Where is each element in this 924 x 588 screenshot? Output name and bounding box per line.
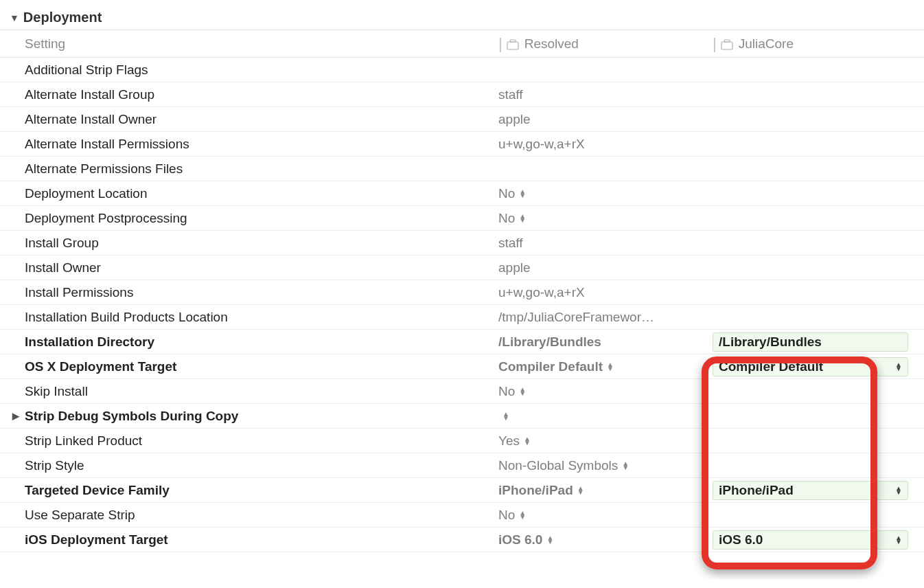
column-separator: | bbox=[498, 35, 503, 53]
setting-row[interactable]: Installation Build Products Location/tmp… bbox=[0, 305, 924, 330]
stepper-icon[interactable]: ▲▼ bbox=[519, 511, 526, 519]
stepper-icon[interactable]: ▲▼ bbox=[890, 486, 902, 495]
column-header-resolved[interactable]: | Resolved bbox=[498, 35, 713, 53]
resolved-value-cell[interactable]: u+w,go-w,a+rX bbox=[498, 285, 713, 300]
target-value-cell[interactable]: iPhone/iPad▲▼ bbox=[713, 481, 924, 500]
stepper-icon[interactable]: ▲▼ bbox=[577, 486, 584, 495]
setting-label-cell[interactable]: Install Permissions bbox=[12, 285, 498, 300]
setting-label-cell[interactable]: Additional Strip Flags bbox=[12, 63, 498, 78]
setting-row[interactable]: iOS Deployment TargetiOS 6.0▲▼iOS 6.0▲▼ bbox=[0, 528, 924, 552]
setting-row[interactable]: Alternate Install Permissionsu+w,go-w,a+… bbox=[0, 132, 924, 157]
setting-row[interactable]: Strip StyleNon-Global Symbols▲▼ bbox=[0, 453, 924, 478]
resolved-value-cell[interactable]: No▲▼ bbox=[498, 508, 713, 523]
stepper-icon[interactable]: ▲▼ bbox=[519, 214, 526, 223]
resolved-value-cell[interactable]: No▲▼ bbox=[498, 211, 713, 226]
target-value-cell[interactable]: Compiler Default▲▼ bbox=[713, 357, 924, 376]
target-value-box[interactable]: Compiler Default▲▼ bbox=[713, 357, 908, 376]
setting-label-cell[interactable]: Use Separate Strip bbox=[12, 508, 498, 523]
resolved-value-cell[interactable]: apple bbox=[498, 260, 713, 275]
setting-label-cell[interactable]: Install Owner bbox=[12, 260, 498, 275]
column-header-target[interactable]: | JuliaCore bbox=[713, 35, 924, 53]
resolved-value: u+w,go-w,a+rX bbox=[498, 137, 585, 152]
resolved-value-cell[interactable]: Yes▲▼ bbox=[498, 433, 713, 449]
target-value-box[interactable]: /Library/Bundles▲▼ bbox=[713, 332, 908, 352]
target-value-box[interactable]: iPhone/iPad▲▼ bbox=[713, 481, 908, 500]
resolved-value-cell[interactable]: ▲▼ bbox=[498, 412, 713, 420]
setting-row[interactable]: Targeted Device FamilyiPhone/iPad▲▼iPhon… bbox=[0, 478, 924, 503]
stepper-icon[interactable]: ▲▼ bbox=[622, 462, 629, 470]
resolved-value-cell[interactable]: staff bbox=[498, 87, 713, 102]
setting-label-cell[interactable]: Strip Linked Product bbox=[12, 433, 498, 449]
setting-label: Strip Debug Symbols During Copy bbox=[25, 409, 238, 424]
setting-label-cell[interactable]: Install Group bbox=[12, 236, 498, 251]
setting-label-cell[interactable]: OS X Deployment Target bbox=[12, 359, 498, 374]
resolved-value: Yes bbox=[498, 433, 520, 449]
setting-label-cell[interactable]: Alternate Install Owner bbox=[12, 112, 498, 127]
setting-label: Additional Strip Flags bbox=[25, 63, 148, 78]
setting-label-cell[interactable]: Alternate Permissions Files bbox=[12, 161, 498, 177]
resolved-value-cell[interactable]: u+w,go-w,a+rX bbox=[498, 137, 713, 152]
setting-row[interactable]: Alternate Install Groupstaff bbox=[0, 82, 924, 107]
resolved-value-cell[interactable]: Compiler Default▲▼ bbox=[498, 359, 713, 374]
setting-row[interactable]: Deployment PostprocessingNo▲▼ bbox=[0, 206, 924, 231]
setting-label: Targeted Device Family bbox=[25, 483, 170, 498]
setting-label-cell[interactable]: Targeted Device Family bbox=[12, 483, 498, 498]
stepper-icon[interactable]: ▲▼ bbox=[546, 536, 553, 544]
setting-row[interactable]: Installation Directory/Library/Bundles/L… bbox=[0, 330, 924, 354]
setting-label-cell[interactable]: ▶Strip Debug Symbols During Copy bbox=[12, 409, 498, 424]
disclosure-triangle-icon[interactable]: ▼ bbox=[10, 12, 19, 23]
stepper-icon[interactable]: ▲▼ bbox=[503, 412, 509, 420]
setting-row[interactable]: Skip InstallNo▲▼ bbox=[0, 379, 924, 404]
setting-row[interactable]: ▶Strip Debug Symbols During Copy▲▼ bbox=[0, 404, 924, 429]
setting-label: Alternate Install Group bbox=[25, 87, 154, 102]
setting-row[interactable]: Additional Strip Flags bbox=[0, 58, 924, 82]
setting-row[interactable]: Alternate Permissions Files bbox=[0, 157, 924, 181]
disclosure-triangle-icon[interactable]: ▶ bbox=[12, 411, 25, 421]
resolved-value-cell[interactable]: staff bbox=[498, 236, 713, 251]
column-separator: | bbox=[713, 35, 717, 53]
target-value: /Library/Bundles bbox=[719, 335, 822, 350]
resolved-value-cell[interactable]: iOS 6.0▲▼ bbox=[498, 532, 713, 547]
setting-label-cell[interactable]: Strip Style bbox=[12, 458, 498, 473]
resolved-value-cell[interactable]: No▲▼ bbox=[498, 186, 713, 201]
section-header[interactable]: ▼ Deployment bbox=[0, 7, 924, 30]
target-value-cell[interactable]: /Library/Bundles▲▼ bbox=[713, 332, 924, 352]
setting-row[interactable]: Install Ownerapple bbox=[0, 256, 924, 280]
resolved-value-cell[interactable]: iPhone/iPad▲▼ bbox=[498, 483, 713, 498]
stepper-icon[interactable]: ▲▼ bbox=[519, 190, 526, 198]
target-value-box[interactable]: iOS 6.0▲▼ bbox=[713, 530, 908, 550]
setting-label-cell[interactable]: Installation Build Products Location bbox=[12, 310, 498, 325]
setting-row[interactable]: Strip Linked ProductYes▲▼ bbox=[0, 429, 924, 453]
column-header-resolved-label: Resolved bbox=[524, 36, 579, 52]
resolved-value-cell[interactable]: Non-Global Symbols▲▼ bbox=[498, 458, 713, 473]
stepper-icon[interactable]: ▲▼ bbox=[890, 363, 902, 371]
setting-label-cell[interactable]: Installation Directory bbox=[12, 335, 498, 350]
setting-label-cell[interactable]: Skip Install bbox=[12, 384, 498, 399]
resolved-value-cell[interactable]: apple bbox=[498, 112, 713, 127]
setting-label-cell[interactable]: Alternate Install Permissions bbox=[12, 137, 498, 152]
setting-label-cell[interactable]: iOS Deployment Target bbox=[12, 532, 498, 547]
stepper-icon[interactable]: ▲▼ bbox=[890, 536, 902, 544]
setting-row[interactable]: Install Permissionsu+w,go-w,a+rX bbox=[0, 280, 924, 305]
stepper-icon[interactable]: ▲▼ bbox=[519, 387, 526, 396]
resolved-value: Non-Global Symbols bbox=[498, 458, 618, 473]
stepper-icon[interactable]: ▲▼ bbox=[524, 437, 531, 445]
resolved-value: /Library/Bundles bbox=[498, 335, 601, 350]
stepper-icon[interactable]: ▲▼ bbox=[607, 363, 614, 371]
setting-row[interactable]: Deployment LocationNo▲▼ bbox=[0, 181, 924, 206]
setting-label-cell[interactable]: Alternate Install Group bbox=[12, 87, 498, 102]
resolved-value-cell[interactable]: /tmp/JuliaCoreFramewor… bbox=[498, 310, 713, 325]
setting-label-cell[interactable]: Deployment Postprocessing bbox=[12, 211, 498, 226]
resolved-value-cell[interactable]: /Library/Bundles bbox=[498, 335, 713, 350]
setting-label: Strip Linked Product bbox=[25, 433, 142, 449]
target-value: iPhone/iPad bbox=[719, 483, 794, 498]
setting-row[interactable]: OS X Deployment TargetCompiler Default▲▼… bbox=[0, 354, 924, 379]
setting-label-cell[interactable]: Deployment Location bbox=[12, 186, 498, 201]
resolved-value-cell[interactable]: No▲▼ bbox=[498, 384, 713, 399]
setting-row[interactable]: Alternate Install Ownerapple bbox=[0, 107, 924, 132]
column-header-setting[interactable]: Setting bbox=[25, 36, 498, 52]
target-value-cell[interactable]: iOS 6.0▲▼ bbox=[713, 530, 924, 550]
setting-row[interactable]: Install Groupstaff bbox=[0, 231, 924, 256]
setting-row[interactable]: Use Separate StripNo▲▼ bbox=[0, 503, 924, 528]
settings-rows: Additional Strip FlagsAlternate Install … bbox=[0, 58, 924, 552]
